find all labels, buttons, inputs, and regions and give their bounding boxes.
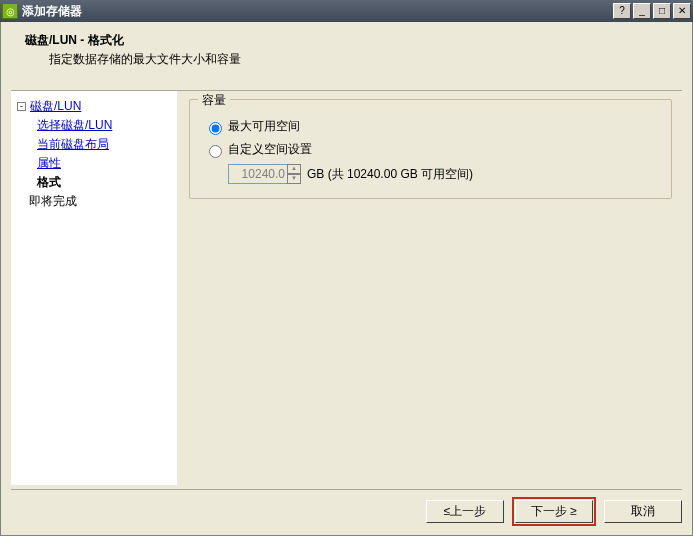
tree-collapse-icon[interactable]: -: [17, 102, 26, 111]
size-input[interactable]: [228, 164, 288, 184]
spinner-up-icon[interactable]: ▲: [287, 164, 301, 174]
radio-max-space-row[interactable]: 最大可用空间: [204, 118, 657, 135]
back-button[interactable]: ≤上一步: [426, 500, 504, 523]
page-title: 磁盘/LUN - 格式化: [25, 32, 676, 49]
main-split: -磁盘/LUN 选择磁盘/LUN 当前磁盘布局 属性 格式 即将完成 容量 最大…: [11, 90, 682, 485]
sidebar-item-format[interactable]: 格式: [37, 173, 173, 192]
wizard-steps-sidebar: -磁盘/LUN 选择磁盘/LUN 当前磁盘布局 属性 格式 即将完成: [11, 91, 179, 485]
window-controls: ? _ □ ✕: [613, 3, 691, 19]
radio-max-space-label: 最大可用空间: [228, 118, 300, 135]
window-title: 添加存储器: [22, 3, 613, 20]
sidebar-item-select-disk[interactable]: 选择磁盘/LUN: [37, 116, 173, 135]
app-icon: ◎: [2, 3, 18, 19]
capacity-group-title: 容量: [198, 92, 230, 109]
close-button[interactable]: ✕: [673, 3, 691, 19]
sidebar-root-label: 磁盘/LUN: [30, 99, 81, 113]
maximize-button[interactable]: □: [653, 3, 671, 19]
wizard-header: 磁盘/LUN - 格式化 指定数据存储的最大文件大小和容量: [1, 22, 692, 76]
capacity-groupbox: 容量 最大可用空间 自定义空间设置 ▲ ▼ GB (共 10240.00 GB …: [189, 99, 672, 199]
wizard-footer: ≤上一步 下一步 ≥ 取消: [11, 489, 682, 525]
next-button[interactable]: 下一步 ≥: [515, 500, 593, 523]
cancel-button[interactable]: 取消: [604, 500, 682, 523]
next-button-highlight: 下一步 ≥: [512, 497, 596, 526]
radio-custom-space-label: 自定义空间设置: [228, 141, 312, 158]
titlebar: ◎ 添加存储器 ? _ □ ✕: [0, 0, 693, 22]
radio-max-space[interactable]: [209, 122, 222, 135]
minimize-button[interactable]: _: [633, 3, 651, 19]
radio-custom-space-row[interactable]: 自定义空间设置: [204, 141, 657, 158]
sidebar-item-current-layout[interactable]: 当前磁盘布局: [37, 135, 173, 154]
spinner-down-icon[interactable]: ▼: [287, 174, 301, 184]
custom-size-row: ▲ ▼ GB (共 10240.00 GB 可用空间): [228, 164, 657, 184]
sidebar-item-properties[interactable]: 属性: [37, 154, 173, 173]
radio-custom-space[interactable]: [209, 145, 222, 158]
page-description: 指定数据存储的最大文件大小和容量: [49, 51, 676, 68]
sidebar-root[interactable]: -磁盘/LUN: [17, 97, 173, 116]
size-spinner: ▲ ▼: [287, 164, 301, 184]
wizard-content: 磁盘/LUN - 格式化 指定数据存储的最大文件大小和容量 -磁盘/LUN 选择…: [0, 22, 693, 536]
right-panel: 容量 最大可用空间 自定义空间设置 ▲ ▼ GB (共 10240.00 GB …: [179, 91, 682, 485]
size-suffix-label: GB (共 10240.00 GB 可用空间): [307, 166, 473, 183]
sidebar-item-finish[interactable]: 即将完成: [29, 192, 173, 211]
help-button[interactable]: ?: [613, 3, 631, 19]
